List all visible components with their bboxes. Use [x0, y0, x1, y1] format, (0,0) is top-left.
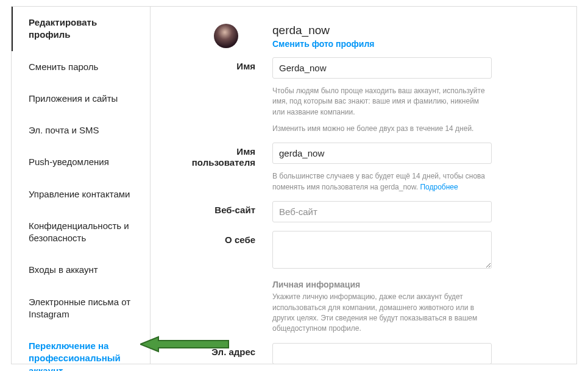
sidebar-item-edit-profile[interactable]: Редактировать профиль — [12, 7, 150, 51]
sidebar-item-emails-from-instagram[interactable]: Электронные письма от Instagram — [12, 286, 150, 331]
username-input[interactable] — [272, 143, 492, 164]
sidebar-item-apps-websites[interactable]: Приложения и сайты — [12, 83, 150, 115]
website-row: Веб-сайт — [187, 201, 540, 222]
username-display: qerda_now — [272, 24, 492, 38]
name-help-1: Чтобы людям было проще находить ваш акка… — [272, 86, 492, 118]
bio-label: О себе — [187, 231, 272, 271]
sidebar-item-push-notifications[interactable]: Push-уведомления — [12, 146, 150, 178]
name-help-2: Изменить имя можно не более двух раз в т… — [272, 124, 492, 134]
username-help: В большинстве случаев у вас будет ещё 14… — [272, 171, 492, 193]
profile-header-row: qerda_now Сменить фото профиля — [187, 24, 540, 49]
avatar[interactable] — [214, 24, 238, 48]
username-more-link[interactable]: Подробнее — [420, 183, 458, 191]
email-input[interactable] — [272, 343, 492, 364]
website-input[interactable] — [272, 201, 492, 222]
sidebar-item-login-activity[interactable]: Входы в аккаунт — [12, 254, 150, 286]
website-label: Веб-сайт — [187, 201, 272, 222]
name-row: Имя Чтобы людям было проще находить ваш … — [187, 57, 540, 135]
personal-info-row: Личная информация Укажите личную информа… — [187, 280, 540, 334]
personal-info-help: Укажите личную информацию, даже если акк… — [272, 292, 492, 334]
sidebar-item-manage-contacts[interactable]: Управление контактами — [12, 178, 150, 210]
sidebar: Редактировать профиль Сменить пароль При… — [12, 7, 151, 364]
username-row: Имя пользователя В большинстве случаев у… — [187, 143, 540, 193]
sidebar-item-email-sms[interactable]: Эл. почта и SMS — [12, 115, 150, 146]
name-label: Имя — [187, 57, 272, 135]
bio-row: О себе — [187, 231, 540, 271]
content: qerda_now Сменить фото профиля Имя Чтобы… — [151, 7, 576, 364]
sidebar-item-switch-professional[interactable]: Переключение на профессиональный аккаунт — [12, 330, 150, 371]
settings-container: Редактировать профиль Сменить пароль При… — [11, 6, 577, 364]
annotation-arrow-icon — [140, 335, 232, 353]
email-row: Эл. адрес — [187, 343, 540, 364]
svg-marker-0 — [140, 337, 228, 352]
name-input[interactable] — [272, 57, 492, 79]
sidebar-item-change-password[interactable]: Сменить пароль — [12, 51, 150, 83]
change-photo-link[interactable]: Сменить фото профиля — [272, 39, 492, 49]
bio-textarea[interactable] — [272, 231, 492, 269]
personal-info-title: Личная информация — [272, 280, 492, 289]
username-label: Имя пользователя — [187, 143, 272, 193]
sidebar-item-privacy-security[interactable]: Конфиденциальность и безопасность — [12, 210, 150, 255]
